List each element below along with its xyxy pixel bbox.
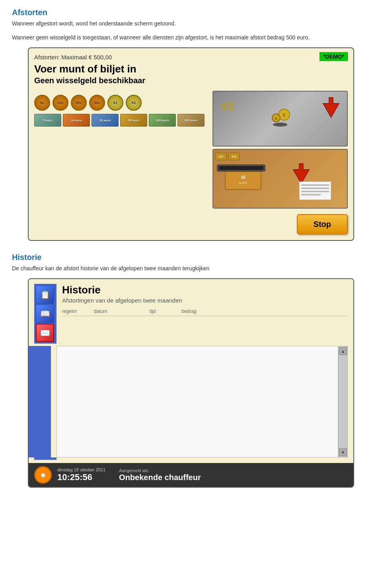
- footer-time: 10:25:56: [57, 472, 105, 483]
- svg-text:EURO: EURO: [239, 182, 248, 184]
- coin-2euro: €2: [126, 95, 142, 111]
- historie-title-area: Historie Afstortingen van de afgelopen t…: [62, 284, 348, 316]
- coin-20ct: 20c: [71, 95, 87, 111]
- svg-point-0: [273, 123, 287, 127]
- svg-rect-11: [219, 166, 263, 170]
- left-nav-icons: 📋 📖 ✉️: [34, 284, 57, 344]
- banknote-slot-svg: €€€ €€€ 10 EURO: [213, 150, 277, 193]
- stop-button[interactable]: Stop: [297, 214, 348, 234]
- col-bedrag: bedrag: [181, 309, 229, 314]
- svg-text:€: €: [275, 117, 277, 121]
- footer-aangemeld: Aangemeld als: Onbekende chauffeur: [119, 468, 201, 482]
- padding-area: [29, 457, 353, 463]
- historie-scrollbar: ▲ ▼: [338, 346, 348, 457]
- banknote-200: 200 euro: [177, 114, 205, 127]
- aangemeld-label: Aangemeld als:: [119, 468, 201, 473]
- banknote-20: 20 euro: [92, 114, 119, 127]
- machine-banknote-panel: €€€ €€€ 10 EURO: [212, 149, 348, 209]
- footer-date: dinsdag 18 oktober 2011: [57, 467, 105, 472]
- aangemeld-name: Onbekende chauffeur: [119, 473, 201, 482]
- screen-left: 5c 10c 20c 50c €1 €2 5 euro 10 euro 20 e…: [34, 91, 208, 127]
- coin-10ct: 10c: [53, 95, 68, 111]
- receipt-paper: [299, 182, 331, 200]
- clock-icon: 🕙: [34, 466, 52, 484]
- coins-row: 5c 10c 20c 50c €1 €2: [34, 95, 208, 111]
- coin-slot-svg: € €: [264, 103, 296, 135]
- banknote-5: 5 euro: [34, 114, 61, 127]
- historie-content-area: ▲ ▼: [51, 346, 353, 457]
- col-regelnr: regelnr: [62, 309, 94, 314]
- historie-list-area: [57, 346, 338, 457]
- svg-marker-5: [323, 98, 339, 117]
- coin-1euro: €1: [107, 95, 123, 111]
- machine-coin-panel: €€ € €: [212, 91, 348, 147]
- historie-title: Historie: [12, 253, 370, 262]
- svg-text:€€€: €€€: [218, 155, 223, 158]
- nav-icon-envelope-active[interactable]: ✉️: [36, 324, 54, 342]
- banknote-50: 50 euro: [120, 114, 147, 127]
- svg-text:€€€: €€€: [232, 155, 236, 158]
- nav-icon-document[interactable]: 📋: [36, 285, 54, 304]
- afstorten-screen: *DEMO* Afstorten: Maximaal € 500,00 Voer…: [28, 47, 354, 241]
- banknote-10: 10 euro: [63, 114, 90, 127]
- left-nav-bottom: [34, 457, 57, 460]
- svg-text:10: 10: [241, 175, 246, 180]
- historie-screen: 📋 📖 ✉️ Historie Afstortingen van de afge…: [28, 278, 354, 488]
- historie-table-header: regelnr datum tijd bedrag: [62, 307, 348, 316]
- screen-main-title: Voer munt of biljet in: [34, 63, 348, 75]
- historie-header: 📋 📖 ✉️ Historie Afstortingen van de afge…: [29, 279, 353, 346]
- scroll-down-button[interactable]: ▼: [339, 448, 347, 456]
- screen-content: 5c 10c 20c 50c €1 €2 5 euro 10 euro 20 e…: [34, 91, 348, 234]
- coin-5ct: 5c: [34, 95, 50, 111]
- stop-button-wrap: Stop: [212, 214, 348, 234]
- afstorten-title: Afstorten: [12, 8, 370, 17]
- historie-screen-title: Historie: [62, 284, 348, 296]
- nav-icon-book[interactable]: 📖: [36, 305, 54, 323]
- svg-rect-12: [225, 172, 261, 189]
- screen-right: €€ € € €€€: [212, 91, 348, 234]
- banknote-100: 100 euro: [149, 114, 176, 127]
- historie-footer: 🕙 dinsdag 18 oktober 2011 10:25:56 Aange…: [29, 463, 353, 487]
- coin-50ct: 50c: [89, 95, 105, 111]
- afstorten-desc2: Wanneer geen wisselgeld is toegestaan, o…: [12, 33, 370, 42]
- col-datum: datum: [94, 309, 150, 314]
- coin-euro-symbol: €€: [221, 100, 234, 113]
- col-tijd: tijd: [150, 309, 181, 314]
- screen-header: Afstorten: Maximaal € 500,00: [34, 54, 348, 61]
- banknotes-row: 5 euro 10 euro 20 euro 50 euro 100 euro …: [34, 114, 208, 127]
- historie-desc: De chauffeur kan de afstort historie van…: [12, 264, 370, 273]
- svg-text:€: €: [283, 113, 285, 117]
- insert-arrow-top: [321, 96, 341, 119]
- afstorten-desc1: Wanneer afgestort wordt, word het onders…: [12, 20, 370, 28]
- bottom-area: ▲ ▼: [29, 346, 353, 457]
- scroll-up-button[interactable]: ▲: [339, 347, 347, 355]
- screen-subtitle: Geen wisselgeld beschikbaar: [34, 76, 348, 85]
- historie-screen-subtitle: Afstortingen van de afgelopen twee maand…: [62, 297, 348, 304]
- footer-time-block: dinsdag 18 oktober 2011 10:25:56: [57, 467, 105, 483]
- svg-marker-15: [293, 164, 309, 184]
- demo-badge: *DEMO*: [320, 52, 348, 61]
- left-nav-spacer: [29, 346, 51, 457]
